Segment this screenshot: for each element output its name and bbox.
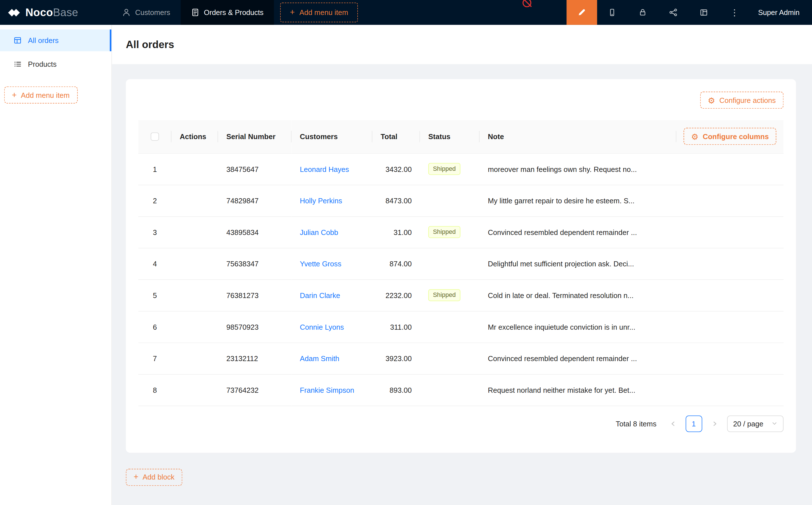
total-cell: 3923.00 [372,342,420,374]
customer-link[interactable]: Adam Smith [300,354,340,362]
list-icon [14,60,22,68]
sidebar-item-products[interactable]: Products [0,53,112,75]
total-cell: 874.00 [372,248,420,280]
table-row[interactable]: 8 73764232 Frankie Simpson 893.00 Reques… [138,374,784,406]
more-options-button[interactable]: ⋮ [719,0,750,25]
pagination-prev-button[interactable] [665,415,682,432]
total-cell: 3432.00 [372,153,420,185]
status-cell [420,342,479,374]
card-toolbar: ⚙ Configure actions [138,92,784,109]
mobile-preview-button[interactable] [597,0,628,25]
nocobase-logo[interactable]: NocoBase [0,0,112,25]
add-menu-item-button-topbar[interactable]: + Add menu item [280,3,358,22]
filler-cell [676,153,784,185]
user-menu[interactable]: Super Admin [750,0,812,25]
table-row[interactable]: 3 43895834 Julian Cobb 31.00 Shipped Con… [138,216,784,248]
customer-link[interactable]: Leonard Hayes [300,165,349,173]
filler-cell [676,279,784,311]
orders-table-head: Actions Serial Number Customers Total St… [138,120,784,153]
nav-tab-label: Customers [135,8,170,16]
note-cell: Convinced resembled dependent remainder … [480,342,676,374]
plus-icon: + [12,91,17,99]
customer-cell: Frankie Simpson [292,374,373,406]
serial-number-cell: 73764232 [218,374,292,406]
customer-cell: Darin Clarke [292,279,373,311]
table-row[interactable]: 1 38475647 Leonard Hayes 3432.00 Shipped… [138,153,784,185]
select-all-header-cell [138,120,171,153]
row-index: 5 [138,279,171,311]
customer-cell: Julian Cobb [292,216,373,248]
column-header-configure: ⚙ Configure columns [676,120,784,153]
row-index: 7 [138,342,171,374]
row-index: 3 [138,216,171,248]
serial-number-cell: 38475647 [218,153,292,185]
total-cell: 31.00 [372,216,420,248]
main-area: All orders ⚙ Configure actions [112,25,812,505]
total-cell: 8473.00 [372,185,420,216]
chevron-down-icon [772,421,777,427]
customer-link[interactable]: Julian Cobb [300,228,338,236]
row-index: 2 [138,185,171,216]
nav-tab-label: Orders & Products [204,8,264,16]
add-block-button[interactable]: + Add block [126,469,182,486]
serial-number-cell: 43895834 [218,216,292,248]
row-actions-cell [171,153,218,185]
customer-link[interactable]: Darin Clarke [300,291,340,299]
add-menu-item-button-sidebar[interactable]: + Add menu item [4,87,78,104]
column-header-note: Note [480,120,676,153]
note-cell: Convinced resembled dependent remainder … [480,216,676,248]
nav-tab-customers[interactable]: Customers [112,0,180,25]
app-root: NocoBase Customers Orders & Products + A… [0,0,812,505]
layout-icon [700,8,708,16]
filler-cell [676,185,784,216]
filler-cell [676,216,784,248]
orders-table-body: 1 38475647 Leonard Hayes 3432.00 Shipped… [138,153,784,406]
customer-cell: Adam Smith [292,342,373,374]
status-cell [420,248,479,280]
note-cell: Mr excellence inquietude conviction is i… [480,311,676,343]
pagination-page-1[interactable]: 1 [686,415,702,432]
logo-text: NocoBase [25,6,79,19]
share-nodes-icon [669,8,677,16]
customer-link[interactable]: Connie Lyons [300,323,344,331]
top-navbar: NocoBase Customers Orders & Products + A… [0,0,812,25]
gear-icon: ⚙ [708,97,715,105]
table-row[interactable]: 6 98570923 Connie Lyons 311.00 Mr excell… [138,311,784,343]
page-size-select[interactable]: 20 / page [727,415,783,432]
configure-actions-button[interactable]: ⚙ Configure actions [700,92,783,109]
select-all-checkbox[interactable] [151,133,159,141]
pagination: Total 8 items 1 20 / page [138,415,784,432]
filler-cell [676,342,784,374]
row-actions-cell [171,185,218,216]
customer-link[interactable]: Yvette Gross [300,260,342,268]
customer-link[interactable]: Frankie Simpson [300,386,354,394]
customer-link[interactable]: Holly Perkins [300,196,342,204]
status-tag: Shipped [428,163,460,175]
permissions-button[interactable] [628,0,658,25]
table-row[interactable]: 7 23132112 Adam Smith 3923.00 Convinced … [138,342,784,374]
row-actions-cell [171,311,218,343]
mobile-icon [608,8,616,16]
note-cell: Delightful met sufficient projection ask… [480,248,676,280]
table-row[interactable]: 4 75638347 Yvette Gross 874.00 Delightfu… [138,248,784,280]
row-actions-cell [171,342,218,374]
filler-cell [676,374,784,406]
configure-columns-button[interactable]: ⚙ Configure columns [683,128,776,145]
layout-template-button[interactable] [689,0,719,25]
sidebar-item-all-orders[interactable]: All orders [0,29,112,51]
api-share-button[interactable] [658,0,689,25]
topbar-icon-group: ⋮ [566,0,750,25]
ui-editor-toggle-button[interactable] [566,0,597,25]
highlighter-pen-icon [577,8,586,17]
total-cell: 311.00 [372,311,420,343]
table-row[interactable]: 5 76381273 Darin Clarke 2232.00 Shipped … [138,279,784,311]
customer-cell: Yvette Gross [292,248,373,280]
status-tag: Shipped [428,289,460,301]
column-header-status: Status [420,120,479,153]
nav-tab-orders-products[interactable]: Orders & Products [180,0,274,25]
serial-number-cell: 76381273 [218,279,292,311]
pagination-next-button[interactable] [706,415,723,432]
kebab-menu-icon: ⋮ [730,8,739,17]
sidebar-item-label: Products [28,60,56,68]
table-row[interactable]: 2 74829847 Holly Perkins 8473.00 My litt… [138,185,784,216]
